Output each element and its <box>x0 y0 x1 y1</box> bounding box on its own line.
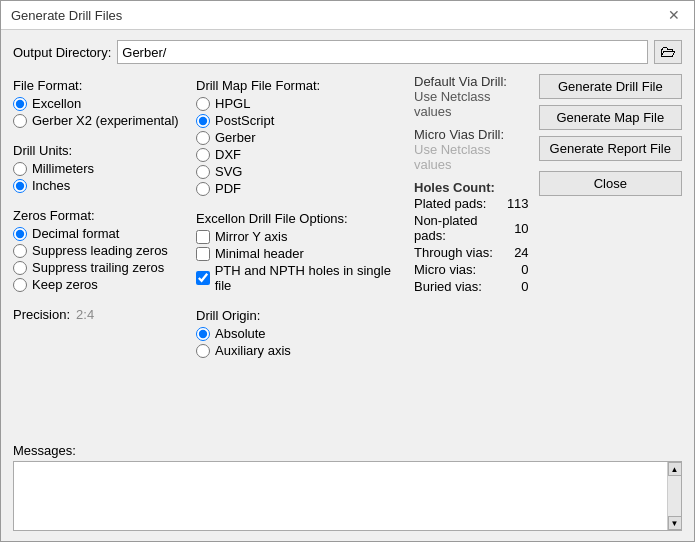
plated-pads-label: Plated pads: <box>414 196 486 211</box>
through-vias-value: 24 <box>499 245 529 260</box>
micro-vias-row: Micro vias: 0 <box>414 261 529 278</box>
action-buttons: Generate Drill File Generate Map File Ge… <box>539 74 682 295</box>
default-via-drill-section: Default Via Drill: Use Netclass values <box>414 74 529 119</box>
radio-auxiliary[interactable]: Auxiliary axis <box>196 342 406 359</box>
micro-vias-label: Micro vias: <box>414 262 476 277</box>
right-info: Default Via Drill: Use Netclass values M… <box>414 74 529 303</box>
micro-vias-drill-label: Micro Vias Drill: <box>414 127 529 142</box>
absolute-label[interactable]: Absolute <box>215 326 266 341</box>
right-top: Default Via Drill: Use Netclass values M… <box>414 74 682 303</box>
generate-map-button[interactable]: Generate Map File <box>539 105 682 130</box>
gerber-x2-label[interactable]: Gerber X2 (experimental) <box>32 113 179 128</box>
output-dir-row: Output Directory: 🗁 <box>13 40 682 64</box>
messages-section: Messages: ▲ ▼ <box>13 437 682 531</box>
mirror-y-label[interactable]: Mirror Y axis <box>215 229 287 244</box>
radio-suppress-leading[interactable]: Suppress leading zeros <box>13 242 188 259</box>
close-icon[interactable]: ✕ <box>664 7 684 23</box>
default-via-drill-label: Default Via Drill: <box>414 74 529 89</box>
non-plated-pads-row: Non-plated pads: 10 <box>414 212 529 244</box>
micro-vias-drill-section: Micro Vias Drill: Use Netclass values <box>414 127 529 172</box>
default-via-drill-value: Use Netclass values <box>414 89 529 119</box>
precision-value: 2:4 <box>76 307 94 322</box>
checkbox-mirror-y[interactable]: Mirror Y axis <box>196 228 406 245</box>
dialog-title: Generate Drill Files <box>11 8 122 23</box>
col-left: File Format: Excellon Gerber X2 (experim… <box>13 74 188 437</box>
inches-label[interactable]: Inches <box>32 178 70 193</box>
zeros-format-label: Zeros Format: <box>13 208 188 223</box>
gerber-label[interactable]: Gerber <box>215 130 255 145</box>
radio-gerber-x2[interactable]: Gerber X2 (experimental) <box>13 112 188 129</box>
radio-keep-zeros[interactable]: Keep zeros <box>13 276 188 293</box>
drill-units-label: Drill Units: <box>13 143 188 158</box>
buried-vias-value: 0 <box>499 279 529 294</box>
file-format-section: File Format: Excellon Gerber X2 (experim… <box>13 74 188 133</box>
auxiliary-label[interactable]: Auxiliary axis <box>215 343 291 358</box>
output-dir-input[interactable] <box>117 40 648 64</box>
radio-dxf[interactable]: DXF <box>196 146 406 163</box>
radio-gerber[interactable]: Gerber <box>196 129 406 146</box>
holes-count-section: Holes Count: Plated pads: 113 Non-plated… <box>414 180 529 295</box>
checkbox-minimal-header[interactable]: Minimal header <box>196 245 406 262</box>
plated-pads-value: 113 <box>499 196 529 211</box>
drill-units-section: Drill Units: Millimeters Inches <box>13 139 188 198</box>
scroll-down-arrow[interactable]: ▼ <box>668 516 682 530</box>
excellon-options-section: Excellon Drill File Options: Mirror Y ax… <box>196 207 406 298</box>
radio-absolute[interactable]: Absolute <box>196 325 406 342</box>
main-columns: File Format: Excellon Gerber X2 (experim… <box>13 74 682 437</box>
through-vias-label: Through vias: <box>414 245 493 260</box>
scrollbar-track[interactable] <box>668 476 681 516</box>
keep-zeros-label[interactable]: Keep zeros <box>32 277 98 292</box>
dialog-body: Output Directory: 🗁 File Format: Excello… <box>1 30 694 541</box>
minimal-header-label[interactable]: Minimal header <box>215 246 304 261</box>
svg-label[interactable]: SVG <box>215 164 242 179</box>
radio-hpgl[interactable]: HPGL <box>196 95 406 112</box>
drill-map-format-label: Drill Map File Format: <box>196 78 406 93</box>
excellon-options-label: Excellon Drill File Options: <box>196 211 406 226</box>
decimal-format-label[interactable]: Decimal format <box>32 226 119 241</box>
drill-origin-label: Drill Origin: <box>196 308 406 323</box>
drill-map-format-section: Drill Map File Format: HPGL PostScript G… <box>196 74 406 201</box>
drill-origin-section: Drill Origin: Absolute Auxiliary axis <box>196 304 406 363</box>
holes-count-label: Holes Count: <box>414 180 529 195</box>
scroll-up-arrow[interactable]: ▲ <box>668 462 682 476</box>
plated-pads-row: Plated pads: 113 <box>414 195 529 212</box>
suppress-trailing-label[interactable]: Suppress trailing zeros <box>32 260 164 275</box>
radio-postscript[interactable]: PostScript <box>196 112 406 129</box>
col-middle: Drill Map File Format: HPGL PostScript G… <box>196 74 406 437</box>
dxf-label[interactable]: DXF <box>215 147 241 162</box>
radio-excellon[interactable]: Excellon <box>13 95 188 112</box>
millimeters-label[interactable]: Millimeters <box>32 161 94 176</box>
pdf-label[interactable]: PDF <box>215 181 241 196</box>
radio-millimeters[interactable]: Millimeters <box>13 160 188 177</box>
through-vias-row: Through vias: 24 <box>414 244 529 261</box>
non-plated-pads-value: 10 <box>499 221 529 236</box>
radio-pdf[interactable]: PDF <box>196 180 406 197</box>
buried-vias-label: Buried vias: <box>414 279 482 294</box>
excellon-label[interactable]: Excellon <box>32 96 81 111</box>
zeros-format-section: Zeros Format: Decimal format Suppress le… <box>13 204 188 297</box>
radio-svg[interactable]: SVG <box>196 163 406 180</box>
micro-vias-drill-value: Use Netclass values <box>414 142 529 172</box>
postscript-label[interactable]: PostScript <box>215 113 274 128</box>
radio-suppress-trailing[interactable]: Suppress trailing zeros <box>13 259 188 276</box>
precision-label: Precision: <box>13 307 70 322</box>
generate-drill-button[interactable]: Generate Drill File <box>539 74 682 99</box>
messages-label: Messages: <box>13 443 682 458</box>
micro-vias-value: 0 <box>499 262 529 277</box>
radio-decimal-format[interactable]: Decimal format <box>13 225 188 242</box>
generate-report-button[interactable]: Generate Report File <box>539 136 682 161</box>
radio-inches[interactable]: Inches <box>13 177 188 194</box>
suppress-leading-label[interactable]: Suppress leading zeros <box>32 243 168 258</box>
folder-browse-button[interactable]: 🗁 <box>654 40 682 64</box>
generate-drill-files-dialog: Generate Drill Files ✕ Output Directory:… <box>0 0 695 542</box>
close-button[interactable]: Close <box>539 171 682 196</box>
non-plated-pads-label: Non-plated pads: <box>414 213 499 243</box>
hpgl-label[interactable]: HPGL <box>215 96 250 111</box>
folder-icon: 🗁 <box>660 43 676 61</box>
messages-scrollbar[interactable]: ▲ ▼ <box>667 462 681 530</box>
precision-row: Precision: 2:4 <box>13 307 188 322</box>
checkbox-pth-npth[interactable]: PTH and NPTH holes in single file <box>196 262 406 294</box>
pth-npth-label[interactable]: PTH and NPTH holes in single file <box>215 263 406 293</box>
buried-vias-row: Buried vias: 0 <box>414 278 529 295</box>
file-format-label: File Format: <box>13 78 188 93</box>
